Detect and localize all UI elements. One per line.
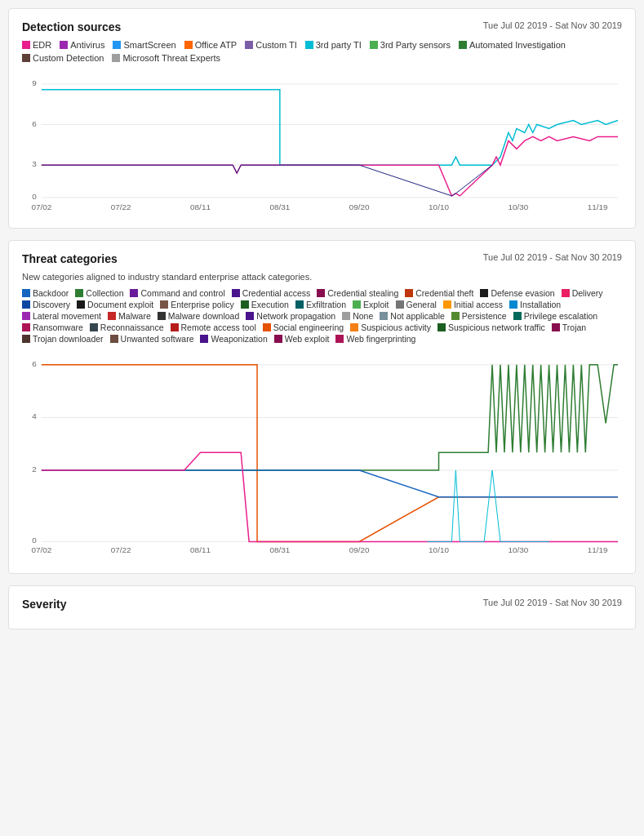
legend-lateral-movement: Lateral movement [22,311,101,321]
threat-categories-description: New categories aligned to industry stand… [22,272,622,282]
legend-initial-access: Initial access [443,300,503,309]
legend-exfiltration: Exfiltration [295,300,346,309]
threat-categories-legend: Backdoor Collection Command and control … [22,288,622,344]
legend-social-engineering: Social engineering [263,322,344,332]
y-label-0: 0 [32,192,37,201]
legend-custom-detection: Custom Detection [22,53,104,63]
legend-suspicious-network: Suspicious network traffic [437,322,545,332]
legend-credential-access: Credential access [232,288,310,298]
legend-backdoor: Backdoor [22,288,69,298]
detection-sources-chart: 9 6 3 0 07/02 07/22 08/11 08/31 09/20 10… [22,68,622,216]
legend-execution: Execution [241,300,289,309]
office-atp-icon [184,41,193,49]
legend-web-fingerprinting: Web fingerprinting [335,334,415,344]
legend-privilege-escalation: Privilege escalation [513,311,597,321]
line-edr-cyan [42,90,618,165]
legend-command-control: Command and control [130,288,224,298]
legend-persistence: Persistence [451,311,507,321]
legend-delivery: Delivery [562,288,603,298]
legend-malware-download: Malware download [158,311,240,321]
legend-defense-evasion: Defense evasion [480,288,554,298]
detection-sources-svg: 9 6 3 0 07/02 07/22 08/11 08/31 09/20 10… [22,68,622,214]
legend-office-atp: Office ATP [184,40,238,50]
x-label-1010: 10/10 [429,202,449,211]
tc-x-1119: 11/19 [588,545,608,554]
y-label-9: 9 [32,78,37,87]
legend-weaponization: Weaponization [200,334,267,344]
automated-investigation-icon [459,41,467,49]
legend-malware: Malware [108,311,151,321]
line-antivirus-pink [42,136,618,196]
x-label-0831: 08/31 [269,202,290,211]
detection-sources-legend: EDR Antivirus SmartScreen Office ATP Cus… [22,40,622,63]
tc-y-4: 4 [32,411,37,420]
legend-reconnaissance: Reconnaissance [90,322,164,332]
severity-title: Severity [22,598,66,611]
severity-header: Severity Tue Jul 02 2019 - Sat Nov 30 20… [22,598,622,611]
threat-categories-date: Tue Jul 02 2019 - Sat Nov 30 2019 [483,252,622,262]
legend-not-applicable: Not applicable [380,311,445,321]
tc-x-0722: 07/22 [111,545,131,554]
detection-sources-panel: Detection sources Tue Jul 02 2019 - Sat … [8,8,636,229]
tc-x-0920: 09/20 [349,545,370,554]
edr-icon [22,41,30,49]
y-label-3: 3 [32,159,37,168]
legend-smartscreen: SmartScreen [113,40,175,50]
x-label-0702: 07/02 [31,202,51,211]
antivirus-icon [60,41,68,49]
legend-none: None [342,311,373,321]
x-label-1119: 11/19 [588,202,608,211]
y-label-6: 6 [32,119,37,128]
detection-sources-title: Detection sources [22,20,121,33]
legend-ransomware: Ransomware [22,322,83,332]
severity-date: Tue Jul 02 2019 - Sat Nov 30 2019 [483,598,622,607]
tc-x-1030: 10/30 [508,545,528,554]
legend-general: General [396,300,437,309]
legend-edr: EDR [22,40,51,50]
threat-categories-title: Threat categories [22,252,118,265]
tc-y-0: 0 [32,536,37,545]
line-teal [428,470,549,541]
legend-credential-theft: Credential theft [405,288,473,298]
legend-custom-ti: Custom TI [245,40,297,50]
tc-x-0831: 08/31 [269,545,290,554]
detection-sources-header: Detection sources Tue Jul 02 2019 - Sat … [22,20,622,33]
threat-categories-header: Threat categories Tue Jul 02 2019 - Sat … [22,252,622,265]
legend-collection: Collection [75,288,123,298]
x-label-0920: 09/20 [349,202,370,211]
severity-panel: Severity Tue Jul 02 2019 - Sat Nov 30 20… [8,585,636,629]
line-blue [42,165,492,196]
threat-categories-svg: 6 4 2 0 07/02 07/22 08/11 08/31 09/20 10… [22,349,622,559]
legend-document-exploit: Document exploit [77,300,153,309]
legend-credential-stealing: Credential stealing [317,288,398,298]
legend-discovery: Discovery [22,300,70,309]
tc-x-0702: 07/02 [31,545,51,554]
detection-sources-date: Tue Jul 02 2019 - Sat Nov 30 2019 [483,20,622,30]
legend-microsoft-threat-experts: Microsoft Threat Experts [112,53,220,63]
x-label-1030: 10/30 [508,202,528,211]
x-label-0811: 08/11 [190,202,211,211]
legend-remote-access-tool: Remote access tool [171,322,256,332]
legend-suspicious-activity: Suspicious activity [350,322,431,332]
legend-web-exploit: Web exploit [274,334,330,344]
legend-enterprise-policy: Enterprise policy [160,300,234,309]
tc-x-1010: 10/10 [429,545,449,554]
x-label-0722: 07/22 [111,202,131,211]
custom-ti-icon [245,41,253,49]
legend-installation: Installation [509,300,561,309]
threat-categories-panel: Threat categories Tue Jul 02 2019 - Sat … [8,240,636,574]
legend-network-propagation: Network propagation [246,311,335,321]
legend-antivirus: Antivirus [60,40,104,50]
microsoft-threat-experts-icon [112,54,120,62]
legend-3rd-party-ti: 3rd party TI [305,40,362,50]
tc-x-0811: 08/11 [190,545,211,554]
3rd-party-sensors-icon [370,41,378,49]
3rd-party-ti-icon [305,41,313,49]
legend-automated-investigation: Automated Investigation [459,40,566,50]
smartscreen-icon [113,41,121,49]
threat-categories-chart: 6 4 2 0 07/02 07/22 08/11 08/31 09/20 10… [22,349,622,562]
legend-unwanted-software: Unwanted software [110,334,194,344]
line-blue-tc [42,470,618,497]
legend-3rd-party-sensors: 3rd Party sensors [370,40,451,50]
tc-y-6: 6 [32,359,37,368]
